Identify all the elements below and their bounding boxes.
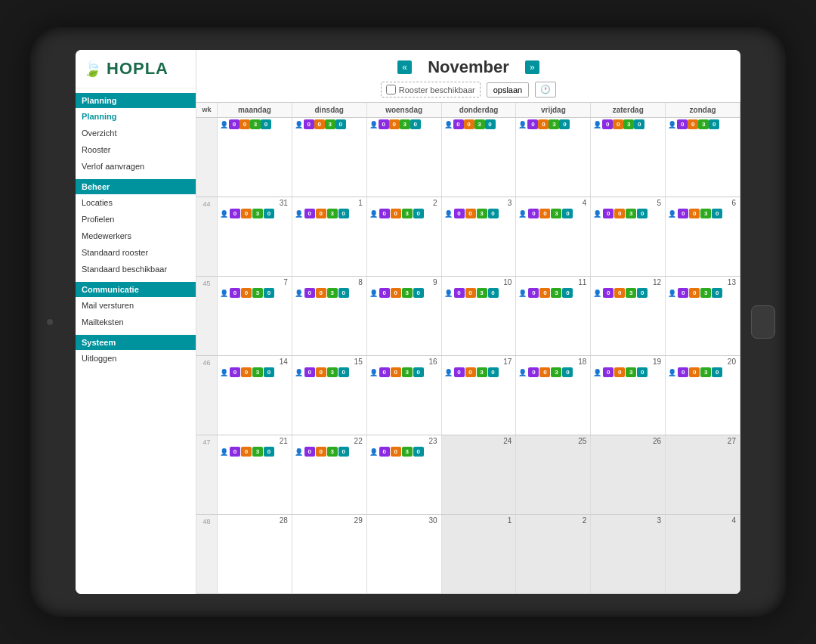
section-systeem-header: Systeem: [76, 335, 196, 350]
cal-day[interactable]: 5 👤 0030: [591, 197, 666, 276]
cal-day[interactable]: 28: [218, 515, 292, 593]
sidebar-item-planning[interactable]: Planning: [76, 108, 196, 125]
cal-day-inactive: 26: [591, 435, 666, 514]
cal-day[interactable]: 4 👤 0030: [516, 197, 591, 276]
cal-day[interactable]: 7 👤 0030: [218, 277, 292, 355]
cal-day[interactable]: 20 👤 0030: [666, 356, 740, 435]
week-num-44: 44: [196, 197, 218, 276]
day-number: 12: [593, 278, 663, 286]
cal-day[interactable]: 9 👤 0030: [367, 277, 442, 355]
cal-day[interactable]: 16 👤 0030: [367, 356, 442, 435]
cal-day[interactable]: 14 👤 0030: [218, 356, 292, 435]
calendar-grid: wk maandag dinsdag woensdag donderdag vr…: [196, 102, 740, 594]
section-planning: Planning Planning Overzicht Rooster Verl…: [76, 93, 196, 175]
cal-day[interactable]: 18 👤 0030: [516, 356, 591, 435]
cal-day[interactable]: 1 👤 0030: [292, 197, 367, 276]
sidebar-item-standaard-beschikbaar[interactable]: Standaard beschikbaar: [76, 261, 196, 277]
day-number: 16: [369, 358, 439, 366]
cal-day[interactable]: 2 👤 0030: [367, 197, 442, 276]
cal-day[interactable]: 29: [292, 515, 367, 593]
tablet-screen: 🍃 HOPLA Planning Planning Overzicht Roos…: [76, 50, 740, 594]
sidebar-item-verlof[interactable]: Verlof aanvragen: [76, 158, 196, 175]
col-header-zondag: zondag: [666, 103, 740, 117]
cal-day[interactable]: 30: [367, 515, 442, 593]
cal-day[interactable]: 👤 0030: [591, 118, 666, 197]
cal-day[interactable]: 8 👤 0030: [292, 277, 367, 355]
prev-month-button[interactable]: «: [397, 60, 412, 74]
col-header-woensdag: woensdag: [367, 103, 442, 117]
sidebar-item-profielen[interactable]: Profielen: [76, 211, 196, 228]
day-number: 3: [444, 199, 514, 207]
cal-day[interactable]: 11 👤 0030: [516, 277, 591, 355]
rooster-beschikbaar-checkbox[interactable]: [386, 85, 396, 94]
day-number: 27: [668, 437, 737, 445]
sidebar-item-uitloggen[interactable]: Uitloggen: [76, 350, 196, 367]
cal-day[interactable]: 👤 0030: [666, 118, 740, 197]
cal-day[interactable]: 3 👤 0030: [442, 197, 517, 276]
day-number: 2: [369, 199, 439, 207]
section-communicatie: Communicatie Mail versturen Mailteksten: [76, 282, 196, 330]
sidebar-item-medewerkers[interactable]: Medewerkers: [76, 228, 196, 244]
cal-day[interactable]: 👤 0030: [442, 118, 517, 197]
rooster-beschikbaar-label[interactable]: Rooster beschikbaar: [381, 82, 481, 98]
sidebar-item-rooster[interactable]: Rooster: [76, 141, 196, 158]
day-number: 1: [444, 516, 514, 525]
section-beheer: Beheer Locaties Profielen Medewerkers St…: [76, 179, 196, 277]
week-num-46: 46: [196, 356, 218, 435]
cal-day[interactable]: 19 👤 0030: [591, 356, 666, 435]
day-number: 20: [668, 358, 737, 366]
cal-day[interactable]: 👤 0030: [367, 118, 442, 197]
week-num-47: 47: [196, 435, 218, 514]
cal-day[interactable]: 13 👤 0030: [666, 277, 740, 355]
day-number: 3: [593, 516, 663, 525]
sidebar-item-mailteksten[interactable]: Mailteksten: [76, 314, 196, 330]
day-number: 11: [518, 278, 588, 286]
day-number: 9: [369, 278, 439, 286]
tablet-frame: 🍃 HOPLA Planning Planning Overzicht Roos…: [30, 27, 786, 617]
rooster-beschikbaar-text: Rooster beschikbaar: [399, 85, 475, 94]
cal-day[interactable]: 👤 0030: [516, 118, 591, 197]
cal-day[interactable]: 12 👤 0030: [591, 277, 666, 355]
calendar-header-row: wk maandag dinsdag woensdag donderdag vr…: [196, 103, 740, 118]
camera: [47, 319, 53, 325]
day-number: 30: [369, 516, 439, 525]
col-header-maandag: maandag: [218, 103, 292, 117]
toolbar: Rooster beschikbaar opslaan 🕐: [196, 82, 740, 102]
day-number: 26: [593, 437, 663, 445]
cal-day[interactable]: 23 👤 0030: [367, 435, 442, 514]
sidebar-item-standaard-rooster[interactable]: Standaard rooster: [76, 244, 196, 261]
section-planning-header: Planning: [76, 93, 196, 108]
save-button[interactable]: opslaan: [487, 82, 530, 98]
cal-day[interactable]: 22 👤 0030: [292, 435, 367, 514]
day-number: 24: [444, 437, 514, 445]
section-systeem: Systeem Uitloggen: [76, 335, 196, 367]
day-number: 8: [295, 278, 364, 286]
col-header-dinsdag: dinsdag: [292, 103, 367, 117]
cal-day[interactable]: 21 👤 0030: [218, 435, 292, 514]
cal-week-47: 47 21 👤 0030 22 👤 0030: [196, 435, 740, 515]
day-number: 14: [220, 358, 289, 366]
cal-day[interactable]: 6 👤 0030: [666, 197, 740, 276]
day-number: 1: [295, 199, 364, 207]
cal-day[interactable]: 15 👤 0030: [292, 356, 367, 435]
sidebar-item-locaties[interactable]: Locaties: [76, 194, 196, 211]
week-num-48: 48: [196, 515, 218, 593]
cal-week-46: 46 14 👤 0030 15 👤 0030: [196, 356, 740, 435]
logo-icon: 🍃: [83, 60, 102, 78]
day-number: 7: [220, 278, 289, 286]
cal-day[interactable]: 👤 0030: [218, 118, 292, 197]
cal-day[interactable]: 10 👤 0030: [442, 277, 517, 355]
sidebar-item-mail[interactable]: Mail versturen: [76, 297, 196, 314]
clock-button[interactable]: 🕐: [535, 82, 556, 98]
cal-day[interactable]: 31 👤 0030: [218, 197, 292, 276]
cal-week-top: 👤 0030 👤 0030 👤: [196, 118, 740, 197]
day-number: 13: [668, 278, 737, 286]
day-number: 18: [518, 358, 588, 366]
day-number: 2: [518, 516, 588, 525]
cal-day[interactable]: 17 👤 0030: [442, 356, 517, 435]
sidebar-item-overzicht[interactable]: Overzicht: [76, 125, 196, 141]
home-button[interactable]: [751, 305, 775, 339]
cal-day[interactable]: 👤 0030: [292, 118, 367, 197]
next-month-button[interactable]: »: [525, 60, 539, 74]
logo-text: HOPLA: [107, 59, 168, 79]
